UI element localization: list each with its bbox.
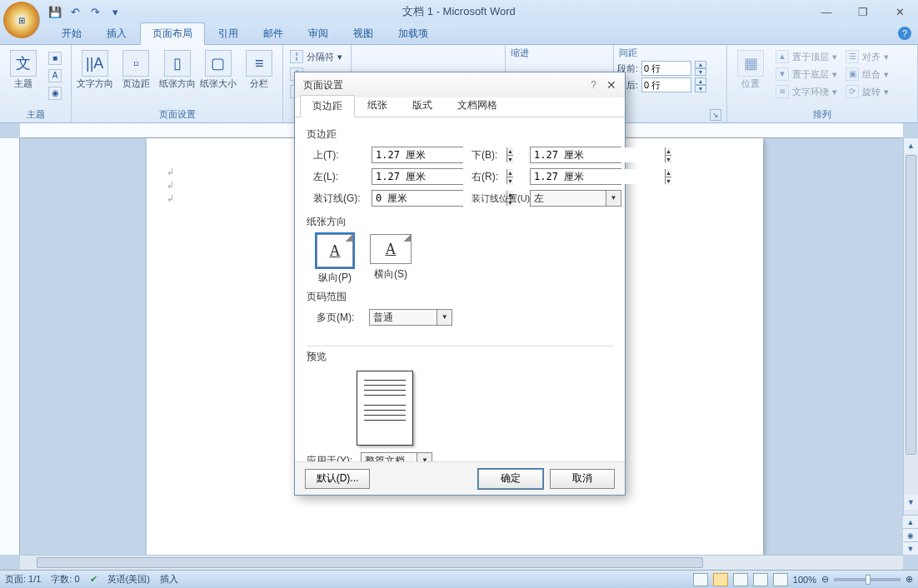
- dialog-tab-paper[interactable]: 纸张: [355, 94, 400, 117]
- spacing-header: 间距: [617, 47, 723, 59]
- qat-customize[interactable]: ▾: [107, 3, 123, 20]
- scroll-down-arrow[interactable]: ▼: [904, 495, 918, 510]
- browse-object[interactable]: ◉: [903, 528, 918, 541]
- bottom-spinner[interactable]: ▲▼: [665, 147, 671, 162]
- view-outline[interactable]: [753, 573, 768, 586]
- gutter-pos-label: 装订线位置(U):: [471, 192, 521, 205]
- dialog-close[interactable]: ✕: [606, 78, 616, 92]
- right-spinner[interactable]: ▲▼: [665, 169, 671, 184]
- tab-addins[interactable]: 加载项: [387, 23, 440, 44]
- columns-button[interactable]: ≡分栏: [240, 47, 279, 88]
- section-preview: 预览: [307, 350, 613, 364]
- view-web-layout[interactable]: [733, 573, 748, 586]
- bottom-label: 下(B):: [471, 148, 521, 162]
- size-button[interactable]: ▢纸张大小: [198, 47, 237, 88]
- status-words[interactable]: 字数: 0: [51, 573, 79, 586]
- portrait-label: 纵向(P): [318, 271, 352, 285]
- window-close[interactable]: ✕: [881, 2, 918, 21]
- status-proofing-icon[interactable]: ✔: [90, 574, 97, 585]
- view-draft[interactable]: [773, 573, 788, 586]
- left-label: 左(L):: [313, 170, 363, 184]
- before-input[interactable]: [641, 61, 691, 76]
- hscroll-thumb[interactable]: [37, 557, 703, 568]
- multi-label: 多页(M):: [317, 311, 354, 325]
- zoom-level[interactable]: 100%: [793, 575, 816, 585]
- send-back-button[interactable]: ▼置于底层▾: [772, 66, 841, 82]
- status-page[interactable]: 页面: 1/1: [5, 573, 41, 586]
- group-theme-label: 主题: [3, 107, 67, 122]
- dialog-tab-margins[interactable]: 页边距: [300, 95, 355, 117]
- tab-references[interactable]: 引用: [207, 23, 250, 44]
- status-insert-mode[interactable]: 插入: [160, 573, 178, 586]
- top-label: 上(T):: [313, 148, 363, 162]
- bring-front-button[interactable]: ▲置于顶层▾: [772, 48, 841, 65]
- right-label: 右(R):: [471, 170, 521, 184]
- position-button[interactable]: ▦位置: [731, 47, 771, 88]
- size-label: 纸张大小: [200, 78, 237, 88]
- theme-colors[interactable]: ■: [45, 50, 65, 67]
- indent-header: 缩进: [509, 47, 610, 59]
- gutter-label: 装订线(G):: [313, 192, 363, 206]
- office-button[interactable]: ⊞: [3, 2, 40, 38]
- view-print-layout[interactable]: [693, 573, 708, 586]
- breaks-button[interactable]: ¦分隔符▾: [287, 48, 346, 65]
- tab-view[interactable]: 视图: [342, 23, 385, 44]
- view-fullscreen-reading[interactable]: [713, 573, 728, 586]
- gutter-pos-select[interactable]: 左▼: [530, 190, 621, 207]
- zoom-in[interactable]: ⊕: [906, 574, 913, 585]
- qat-undo[interactable]: ↶: [67, 3, 83, 20]
- zoom-out[interactable]: ⊖: [821, 574, 829, 585]
- vertical-ruler[interactable]: [0, 138, 20, 555]
- ok-button[interactable]: 确定: [478, 469, 543, 489]
- rotate-button[interactable]: ⟳旋转▾: [842, 83, 892, 100]
- text-direction-button[interactable]: ||A文字方向: [75, 47, 114, 88]
- multi-select[interactable]: 普通▼: [369, 309, 452, 326]
- themes-button[interactable]: 文 主题: [3, 47, 43, 88]
- orientation-button[interactable]: ▯纸张方向: [157, 47, 197, 88]
- themes-label: 主题: [14, 78, 32, 88]
- vscroll-thumb[interactable]: [906, 155, 916, 455]
- orientation-portrait[interactable]: A: [317, 234, 353, 267]
- status-language[interactable]: 英语(美国): [107, 573, 150, 586]
- qat-redo[interactable]: ↷: [87, 3, 103, 20]
- right-input[interactable]: [531, 169, 665, 184]
- position-label: 位置: [741, 78, 760, 88]
- bottom-input[interactable]: [531, 147, 665, 162]
- browse-next[interactable]: ▼: [903, 541, 918, 555]
- align-button[interactable]: ☰对齐▾: [842, 48, 892, 65]
- after-spinner[interactable]: ▲▼: [695, 77, 706, 92]
- spacing-launcher[interactable]: ↘: [710, 109, 721, 121]
- theme-fonts[interactable]: A: [45, 67, 65, 84]
- horizontal-scrollbar[interactable]: [20, 555, 903, 570]
- browse-prev[interactable]: ▲: [903, 515, 918, 528]
- orientation-landscape[interactable]: A: [370, 234, 412, 264]
- tab-review[interactable]: 审阅: [297, 23, 340, 44]
- default-button[interactable]: 默认(D)...: [305, 469, 370, 489]
- group-pagesetup-label: 页面设置: [75, 107, 279, 122]
- help-button[interactable]: ?: [898, 27, 911, 40]
- columns-label: 分栏: [250, 78, 268, 88]
- dialog-tab-grid[interactable]: 文档网格: [445, 94, 510, 117]
- margins-button[interactable]: ▫页边距: [116, 47, 155, 88]
- scroll-up-arrow[interactable]: ▲: [904, 138, 918, 153]
- tab-mailings[interactable]: 邮件: [252, 23, 295, 44]
- theme-effects[interactable]: ◉: [45, 85, 65, 102]
- vertical-scrollbar[interactable]: ▲ ▼: [903, 138, 918, 555]
- window-minimize[interactable]: —: [808, 2, 845, 21]
- dialog-title: 页面设置: [303, 78, 591, 92]
- cancel-button[interactable]: 取消: [550, 469, 615, 489]
- text-wrap-button[interactable]: ≋文字环绕▾: [772, 83, 841, 100]
- tab-insert[interactable]: 插入: [95, 23, 138, 44]
- preview-thumbnail: [357, 371, 413, 446]
- window-maximize[interactable]: ❐: [845, 2, 881, 21]
- tab-home[interactable]: 开始: [50, 23, 93, 44]
- qat-save[interactable]: 💾: [47, 3, 63, 20]
- zoom-slider[interactable]: [834, 578, 901, 581]
- before-spinner[interactable]: ▲▼: [695, 61, 706, 76]
- after-input[interactable]: [641, 77, 691, 92]
- tab-pagelayout[interactable]: 页面布局: [140, 22, 205, 45]
- page-setup-dialog: 页面设置 ? ✕ 页边距 纸张 版式 文档网格 页边距 上(T): ▲▼ 下(B…: [294, 72, 626, 496]
- group-button[interactable]: ▣组合▾: [842, 66, 892, 82]
- dialog-tab-layout[interactable]: 版式: [400, 94, 445, 117]
- dialog-help[interactable]: ?: [591, 79, 596, 91]
